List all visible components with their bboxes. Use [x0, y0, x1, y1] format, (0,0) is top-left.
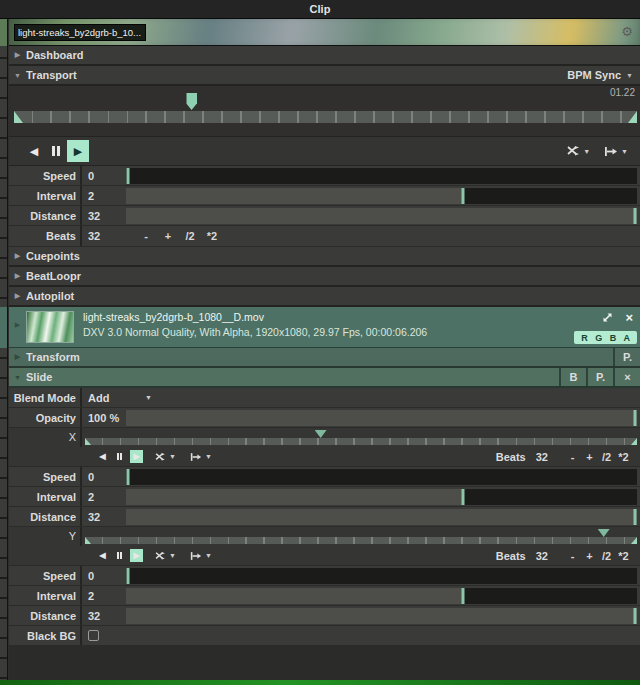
beat-ruler[interactable]	[14, 111, 637, 123]
section-header-autopilot[interactable]: ▶ Autopilot	[9, 287, 640, 307]
slider-handle[interactable]	[633, 410, 636, 426]
play-button[interactable]: ▶	[130, 549, 143, 562]
play-direction-icon	[604, 147, 618, 156]
file-metadata: DXV 3.0 Normal Quality, With Alpha, 1920…	[83, 326, 427, 338]
loop-start-marker[interactable]	[14, 111, 23, 123]
slide-close-button[interactable]: ×	[613, 368, 640, 386]
slider-handle[interactable]	[127, 168, 130, 184]
interval-slider[interactable]	[126, 489, 637, 505]
playhead-marker[interactable]	[186, 93, 197, 110]
beats-value[interactable]: 32	[536, 550, 548, 562]
pause-button[interactable]	[45, 140, 67, 162]
gear-icon[interactable]: ⚙	[621, 24, 633, 39]
slider-handle[interactable]	[462, 489, 465, 505]
section-header-dashboard[interactable]: ▶ Dashboard	[9, 46, 640, 66]
slider-handle[interactable]	[633, 608, 636, 624]
close-icon[interactable]: ×	[625, 312, 633, 323]
loop-end-marker[interactable]	[631, 537, 637, 544]
param-value[interactable]: 32	[80, 507, 126, 526]
play-backwards-button[interactable]: ◀	[96, 549, 109, 562]
opacity-slider[interactable]	[126, 410, 637, 426]
beats-decrement-button[interactable]: -	[564, 550, 581, 562]
interval-slider[interactable]	[126, 188, 637, 204]
beats-halve-button[interactable]: /2	[598, 550, 615, 562]
param-value[interactable]: 0	[80, 467, 126, 486]
slider-handle[interactable]	[633, 509, 636, 525]
bpm-sync-dropdown[interactable]: BPM Sync ▼	[567, 69, 633, 81]
beats-increment-button[interactable]: +	[581, 550, 598, 562]
param-value[interactable]: 32	[80, 206, 126, 225]
playhead-marker[interactable]	[598, 529, 610, 537]
playdirection-dropdown[interactable]: ▼	[190, 552, 212, 560]
beats-halve-button[interactable]: /2	[180, 230, 200, 242]
playdirection-dropdown[interactable]: ▼	[190, 453, 212, 461]
play-backwards-button[interactable]: ◀	[23, 140, 45, 162]
playhead-marker[interactable]	[315, 430, 327, 438]
play-button[interactable]: ▶	[130, 450, 143, 463]
section-header-transport[interactable]: ▼ Transport BPM Sync ▼	[9, 66, 640, 86]
section-header-beatloopr[interactable]: ▶ BeatLoopr	[9, 267, 640, 287]
beats-halve-button[interactable]: /2	[598, 451, 615, 463]
playdirection-dropdown[interactable]: ▼	[604, 147, 628, 156]
source-file-row[interactable]: ▶ light-streaks_by2dgrb-b_1080__D.mov DX…	[9, 307, 640, 348]
transport-timeline[interactable]: 01.22	[9, 86, 640, 137]
loop-end-marker[interactable]	[628, 111, 637, 123]
param-value[interactable]: 0	[80, 566, 126, 585]
clip-banner[interactable]: light-streaks_by2dgrb-b_10... ⚙	[9, 19, 640, 46]
beats-increment-button[interactable]: +	[581, 451, 598, 463]
x-timeline[interactable]	[80, 428, 637, 447]
speed-slider[interactable]	[126, 168, 637, 184]
beats-value[interactable]: 32	[536, 451, 548, 463]
clip-name-chip[interactable]: light-streaks_by2dgrb-b_10...	[14, 24, 146, 41]
distance-slider[interactable]	[126, 208, 637, 224]
slider-handle[interactable]	[462, 588, 465, 604]
slider-handle[interactable]	[127, 568, 130, 584]
timeline-lane[interactable]	[14, 93, 637, 123]
param-value[interactable]: 32	[80, 226, 126, 246]
distance-slider[interactable]	[126, 608, 637, 624]
slider-handle[interactable]	[462, 188, 465, 204]
beats-double-button[interactable]: *2	[202, 230, 222, 242]
loop-start-marker[interactable]	[85, 537, 91, 544]
section-header-transform[interactable]: ▶ Transform P.	[9, 348, 640, 368]
beats-decrement-button[interactable]: -	[136, 230, 156, 242]
playmode-random-dropdown[interactable]: ▼	[155, 453, 176, 461]
slide-bypass-button[interactable]: B	[559, 368, 586, 386]
beat-ruler[interactable]	[85, 537, 637, 544]
speed-slider[interactable]	[126, 469, 637, 485]
loop-start-marker[interactable]	[85, 438, 91, 445]
slide-params-button[interactable]: P.	[586, 368, 613, 386]
blend-mode-dropdown[interactable]: Add ▼	[80, 388, 160, 407]
param-row-speed: Speed 0	[9, 566, 640, 586]
beats-increment-button[interactable]: +	[158, 230, 178, 242]
pause-button[interactable]	[113, 549, 126, 562]
distance-slider[interactable]	[126, 509, 637, 525]
interval-slider[interactable]	[126, 588, 637, 604]
beats-double-button[interactable]: *2	[615, 451, 632, 463]
transform-params-button[interactable]: P.	[613, 348, 640, 366]
param-value[interactable]: 100 %	[80, 408, 126, 427]
loop-end-marker[interactable]	[631, 438, 637, 445]
expand-icon[interactable]	[602, 312, 613, 323]
beats-decrement-button[interactable]: -	[564, 451, 581, 463]
param-value[interactable]: 2	[80, 487, 126, 506]
section-header-slide[interactable]: ▼ Slide B P. ×	[9, 368, 640, 388]
param-value[interactable]: 32	[80, 606, 126, 625]
param-value[interactable]: 2	[80, 186, 126, 205]
beat-ruler[interactable]	[85, 438, 637, 445]
pause-button[interactable]	[113, 450, 126, 463]
playmode-random-dropdown[interactable]: ▼	[155, 552, 176, 560]
playmode-random-dropdown[interactable]: ▼	[567, 146, 590, 156]
param-value[interactable]: 0	[80, 166, 126, 185]
black-bg-checkbox[interactable]	[88, 630, 99, 641]
speed-slider[interactable]	[126, 568, 637, 584]
slider-handle[interactable]	[633, 208, 636, 224]
play-backwards-button[interactable]: ◀	[96, 450, 109, 463]
rgba-channel-toggles[interactable]: R G B A	[574, 331, 637, 344]
slider-handle[interactable]	[127, 469, 130, 485]
beats-double-button[interactable]: *2	[615, 550, 632, 562]
play-button[interactable]: ▶	[67, 140, 89, 162]
param-value[interactable]: 2	[80, 586, 126, 605]
section-header-cuepoints[interactable]: ▶ Cuepoints	[9, 247, 640, 267]
y-timeline[interactable]	[80, 527, 637, 546]
